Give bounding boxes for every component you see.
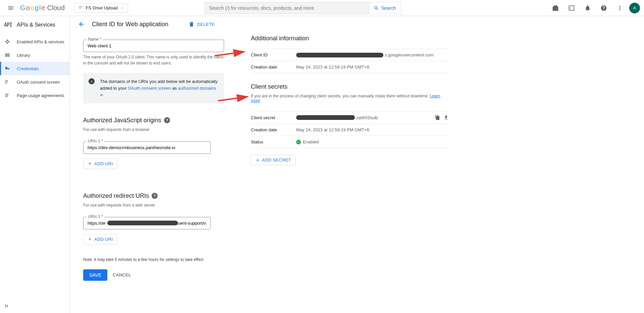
terminal-icon[interactable] [565,1,578,15]
plus-icon [88,237,92,241]
trash-icon [189,21,195,27]
sidebar-item-label: Enabled APIs & services [17,39,64,44]
redirect-uris1-label: URIs 1 * [87,214,104,219]
sidebar-item-page-usage[interactable]: Page usage agreements [0,89,69,102]
add-uri-button-redirect[interactable]: ADD URI [83,234,117,244]
settings-note: Note: It may take 5 minutes to a few hou… [83,257,224,262]
redacted-client-secret [296,115,355,120]
svg-point-4 [80,7,81,8]
chevron-down-icon [120,6,124,10]
download-icon[interactable] [443,115,449,120]
diamond-icon [4,39,11,44]
document-icon [4,93,11,98]
svg-point-2 [82,6,83,7]
main-content: Client ID for Web application DELETE Nam… [70,16,644,313]
sidebar-item-credentials[interactable]: Credentials [0,62,69,75]
oauth-consent-link[interactable]: OAuth consent screen [128,86,171,91]
add-secret-button[interactable]: ADD SECRET [251,155,296,165]
project-icon [78,6,83,10]
redacted-client-id [296,53,383,57]
back-button[interactable] [78,20,85,28]
name-label: Name * [87,37,103,42]
collapse-sidebar-icon[interactable] [4,303,10,309]
search-button[interactable]: Search [369,2,401,14]
more-vert-icon[interactable] [613,1,627,15]
library-icon [4,52,11,58]
google-cloud-logo[interactable]: GoogleCloud [20,4,65,12]
plus-icon [255,158,260,163]
redirect-uris-title: Authorized redirect URIs ? [83,192,224,199]
status-row: Status ✓ Enabled [251,136,449,148]
js-origins-title: Authorized JavaScript origins ? [83,117,224,124]
arrow-left-icon [78,20,85,28]
name-input[interactable] [83,40,224,52]
redirect-uris-subtitle: For use with requests from a web server [83,203,224,208]
add-uri-button-js[interactable]: ADD URI [83,159,117,169]
gift-icon[interactable] [549,1,562,15]
page-title: Client ID for Web application [92,21,168,28]
avatar[interactable]: A [629,3,640,13]
status-label: Status [251,139,296,144]
client-id-row: Client ID s.googleusercontent.com [251,49,449,61]
sidebar: API APIs & Services Enabled APIs & servi… [0,16,70,313]
sidebar-item-oauth-consent[interactable]: OAuth consent screen [0,75,69,89]
copy-icon[interactable] [435,115,440,120]
sidebar-title[interactable]: API APIs & Services [0,17,69,32]
sidebar-item-label: Page usage agreements [17,93,64,98]
bell-icon[interactable] [581,1,594,15]
save-button[interactable]: SAVE [83,269,107,281]
creation-date-value: May 24, 2023 at 12:59:19 PM GMT+6 [296,64,449,70]
external-link-icon: ⬈ [100,93,103,97]
help-tooltip-icon[interactable]: ? [152,193,158,199]
help-icon[interactable] [597,1,610,15]
creation-date-row: Creation date May 24, 2023 at 12:59:19 P… [251,61,449,73]
uris1-label: URIs 1 * [87,139,104,143]
secret-creation-row: Creation date May 24, 2023 at 12:59:19 P… [251,124,449,136]
client-secret-label: Client secret [251,115,296,120]
sidebar-item-enabled-apis[interactable]: Enabled APIs & services [0,35,69,48]
plus-icon [88,161,92,166]
sidebar-item-label: Library [17,53,30,58]
project-name: FS Drive Upload [86,5,118,10]
help-tooltip-icon[interactable]: ? [164,117,170,123]
secret-creation-value: May 24, 2023 at 12:59:19 PM GMT+6 [296,127,449,132]
client-secret-row: Client secret zaWXDsdb [251,111,449,124]
delete-button[interactable]: DELETE [189,21,215,27]
sidebar-item-label: OAuth consent screen [17,80,60,85]
sidebar-item-library[interactable]: Library [0,48,69,62]
consent-icon [4,79,11,85]
name-helper: The name of your OAuth 2.0 client. This … [83,54,224,66]
search-icon [374,5,379,11]
info-box: i The domains of the URIs you add below … [83,73,224,103]
menu-icon[interactable] [4,1,17,15]
search-input[interactable] [205,2,369,14]
creation-date-label: Creation date [251,64,296,70]
key-icon [4,66,11,71]
cancel-button[interactable]: CANCEL [113,272,131,277]
redacted-segment [107,221,178,225]
sidebar-item-label: Credentials [17,66,39,71]
check-circle-icon: ✓ [296,140,301,144]
client-id-label: Client ID [251,52,296,57]
client-secrets-subtitle: If you are in the process of changing cl… [251,94,449,103]
info-icon: i [89,78,95,84]
client-secrets-title: Client secrets [251,83,449,90]
project-selector[interactable]: FS Drive Upload [74,3,128,13]
additional-info-title: Additional information [251,35,449,42]
svg-point-0 [79,6,80,7]
api-logo-icon: API [4,22,12,28]
js-origins-subtitle: For use with requests from a browser [83,127,224,132]
secret-creation-label: Creation date [251,127,296,132]
top-header: GoogleCloud FS Drive Upload Search A [0,0,644,16]
svg-point-3 [79,7,80,8]
svg-point-1 [80,6,81,7]
